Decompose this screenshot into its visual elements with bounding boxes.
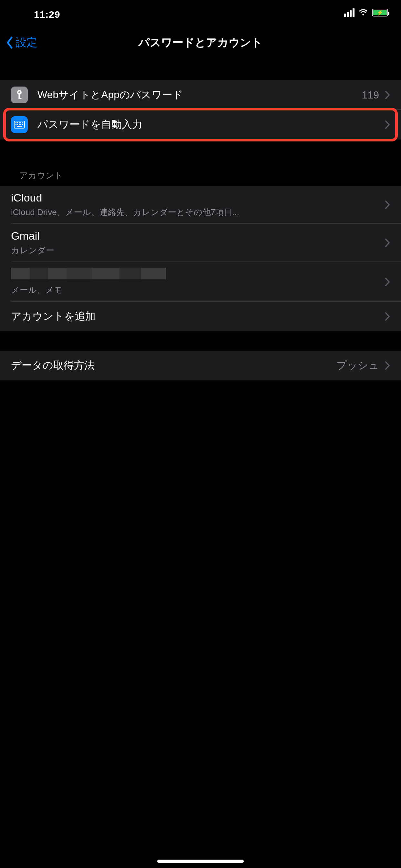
row-add-account[interactable]: アカウントを追加 — [0, 302, 401, 331]
svg-rect-8 — [20, 122, 21, 123]
group-passwords: WebサイトとAppのパスワード 119 パスワードを自動入力 — [0, 80, 401, 140]
svg-rect-14 — [22, 124, 23, 125]
charging-icon: ⚡ — [377, 10, 383, 16]
account-detail: メール、メモ — [11, 284, 385, 296]
svg-rect-7 — [19, 122, 20, 123]
chevron-right-icon — [385, 312, 390, 321]
chevron-right-icon — [385, 277, 390, 286]
account-detail: カレンダー — [11, 245, 385, 256]
svg-rect-6 — [17, 122, 18, 123]
chevron-right-icon — [385, 120, 390, 129]
row-label: データの取得方法 — [11, 359, 336, 373]
svg-point-1 — [19, 91, 20, 93]
svg-rect-10 — [16, 124, 17, 125]
status-time: 11:29 — [34, 9, 60, 20]
row-label: パスワードを自動入力 — [37, 118, 385, 132]
row-account-gmail[interactable]: Gmail カレンダー — [0, 224, 401, 262]
chevron-right-icon — [385, 238, 390, 247]
svg-rect-11 — [17, 124, 18, 125]
wifi-icon — [359, 9, 368, 16]
row-website-passwords[interactable]: WebサイトとAppのパスワード 119 — [0, 80, 401, 110]
nav-bar: 設定 パスワードとアカウント — [0, 28, 401, 57]
back-button[interactable]: 設定 — [6, 28, 37, 57]
chevron-right-icon — [385, 90, 390, 99]
row-account-icloud[interactable]: iCloud iCloud Drive、メール、連絡先、カレンダーとその他7項目… — [0, 186, 401, 224]
redacted-name — [11, 268, 166, 279]
row-value: 119 — [362, 89, 379, 101]
row-autofill-passwords[interactable]: パスワードを自動入力 — [0, 110, 401, 140]
row-label: WebサイトとAppのパスワード — [37, 88, 362, 102]
group-fetch: データの取得方法 プッシュ — [0, 351, 401, 380]
battery-icon: ⚡ — [372, 9, 388, 17]
home-indicator[interactable] — [157, 860, 244, 863]
back-label: 設定 — [16, 35, 37, 50]
account-detail: iCloud Drive、メール、連絡先、カレンダーとその他7項目... — [11, 207, 385, 218]
chevron-right-icon — [385, 361, 390, 370]
page-title: パスワードとアカウント — [138, 35, 263, 50]
status-bar: 11:29 ⚡ — [0, 0, 401, 28]
account-name: iCloud — [11, 191, 385, 204]
section-header-accounts: アカウント — [0, 170, 401, 186]
status-right: ⚡ — [344, 8, 388, 17]
keyboard-icon — [11, 116, 28, 133]
svg-rect-13 — [20, 124, 21, 125]
key-icon — [11, 87, 28, 103]
svg-rect-3 — [19, 98, 21, 99]
chevron-right-icon — [385, 200, 390, 209]
svg-rect-5 — [16, 122, 17, 123]
row-fetch-method[interactable]: データの取得方法 プッシュ — [0, 351, 401, 380]
account-name: Gmail — [11, 229, 385, 242]
svg-rect-9 — [22, 122, 23, 123]
cellular-icon — [344, 8, 354, 17]
row-account-redacted[interactable]: メール、メモ — [0, 262, 401, 302]
group-accounts: iCloud iCloud Drive、メール、連絡先、カレンダーとその他7項目… — [0, 186, 401, 331]
svg-rect-12 — [19, 124, 20, 125]
row-label: アカウントを追加 — [11, 309, 385, 323]
chevron-left-icon — [6, 36, 13, 49]
svg-rect-15 — [17, 126, 22, 127]
highlight-wrap: パスワードを自動入力 — [0, 110, 401, 140]
row-value: プッシュ — [336, 359, 379, 373]
